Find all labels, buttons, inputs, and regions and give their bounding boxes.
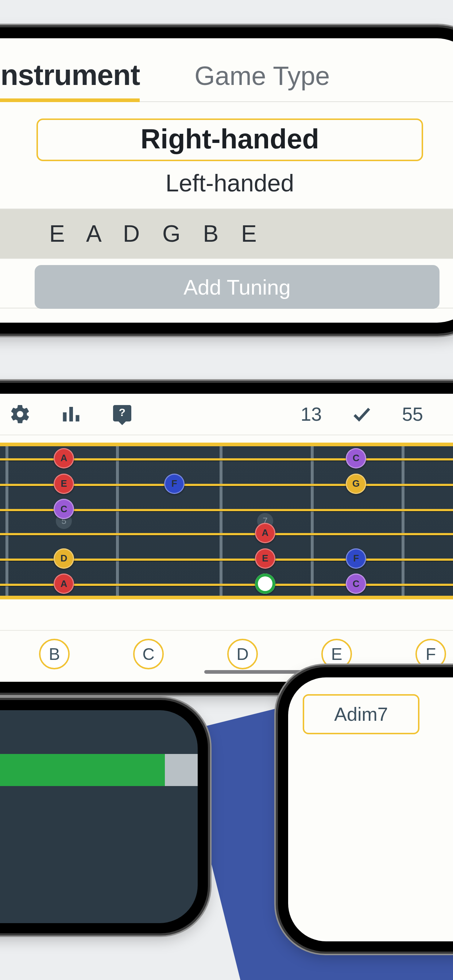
fret-note[interactable]: E [255, 548, 275, 569]
handedness-right[interactable]: Right-handed [37, 118, 423, 161]
answer-button[interactable]: C [133, 639, 164, 670]
settings-tabs: Instrument Game Type [0, 38, 453, 102]
fret-note[interactable]: A [54, 573, 74, 594]
fret-note[interactable]: A [54, 448, 74, 468]
svg-rect-0 [63, 412, 67, 422]
fret-note[interactable]: F [346, 548, 366, 569]
progress-screen [0, 710, 198, 923]
tab-instrument[interactable]: Instrument [0, 58, 140, 102]
score-correct: 13 [301, 403, 322, 425]
stats-icon[interactable] [60, 403, 82, 425]
fretboard[interactable]: 57AECDABFAECGFC [0, 442, 453, 600]
fret-note[interactable]: F [164, 474, 185, 494]
progress-seg-green [0, 754, 165, 786]
check-icon [351, 403, 373, 425]
tuning-item[interactable]: D A D G B E [0, 308, 453, 323]
fret-note[interactable]: C [346, 573, 366, 594]
fret-note[interactable]: C [346, 448, 366, 468]
game-screen: ? 13 55 57AECDA [0, 394, 453, 682]
gear-icon[interactable] [9, 403, 31, 425]
game-topbar: ? 13 55 [0, 394, 453, 435]
answer-button[interactable]: B [39, 639, 70, 670]
device-frame-game: ? 13 55 57AECDA [0, 383, 453, 693]
device-frame-chord: Adim7 [278, 667, 453, 951]
fret-note[interactable] [255, 573, 275, 594]
settings-screen: Instrument Game Type Right-handed Left-h… [0, 38, 453, 323]
handedness-left[interactable]: Left-handed [37, 169, 423, 197]
fret-note[interactable]: C [54, 499, 74, 519]
answer-button[interactable]: F [415, 639, 446, 670]
progress-seg-gray [165, 754, 198, 786]
chord-name[interactable]: Adim7 [303, 694, 420, 734]
progress-bar [0, 754, 198, 786]
svg-rect-2 [76, 415, 80, 422]
fret-note[interactable]: E [54, 474, 74, 494]
device-frame-progress [0, 700, 208, 933]
fret-note[interactable]: D [54, 548, 74, 569]
score-wrong: 55 [402, 403, 423, 425]
help-icon[interactable]: ? [111, 403, 133, 425]
fret-note[interactable]: G [346, 474, 366, 494]
answer-button[interactable]: E [321, 639, 352, 670]
chord-screen: Adim7 [288, 678, 453, 941]
device-frame-settings: Instrument Game Type Right-handed Left-h… [0, 27, 453, 334]
fret-note[interactable]: A [255, 523, 275, 543]
answer-button[interactable]: D [227, 639, 258, 670]
svg-rect-1 [69, 407, 73, 422]
svg-text:?: ? [119, 406, 126, 418]
add-tuning-button[interactable]: Add Tuning [35, 265, 440, 309]
tab-game-type[interactable]: Game Type [195, 61, 330, 91]
tuning-item[interactable]: E A D G B E [0, 208, 453, 258]
